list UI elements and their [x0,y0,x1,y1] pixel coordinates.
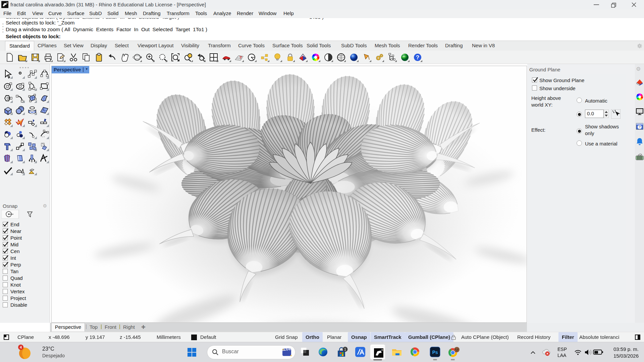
svg-text:✦: ✦ [282,348,284,351]
svg-text:4: 4 [20,345,22,349]
svg-text:?: ? [639,125,641,129]
svg-text:8: 8 [381,348,383,352]
svg-text:?: ? [416,54,419,61]
svg-text:8: 8 [6,2,8,4]
svg-text:Ps: Ps [432,350,438,355]
svg-text:✦: ✦ [290,354,292,357]
svg-text:1: 1 [344,347,346,351]
